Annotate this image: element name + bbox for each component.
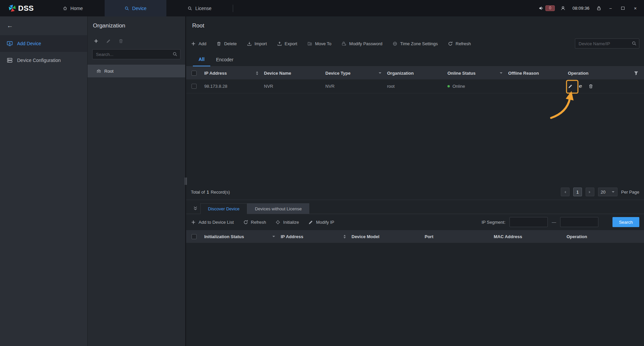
header-operation: Operation xyxy=(565,71,644,76)
search-icon[interactable] xyxy=(632,41,637,46)
header-ip-address[interactable]: IP Address xyxy=(202,71,261,76)
collapse-panel-icon[interactable] xyxy=(190,203,200,214)
add-to-device-list-button[interactable]: Add to Device List xyxy=(191,220,234,225)
delete-button[interactable]: Delete xyxy=(216,41,237,46)
header-online-status[interactable]: Online Status xyxy=(445,71,505,76)
speaker-icon xyxy=(539,6,544,11)
tab-all[interactable]: All xyxy=(193,53,210,66)
discover-refresh-button[interactable]: Refresh xyxy=(243,220,266,225)
organization-toolbar xyxy=(88,35,185,47)
user-icon[interactable] xyxy=(560,6,566,11)
modify-ip-button[interactable]: Modify IP xyxy=(308,220,334,225)
time-zone-settings-button[interactable]: Time Zone Settings xyxy=(392,41,438,46)
chevron-down-icon[interactable] xyxy=(499,72,503,74)
device-main-panel: Root Add Delete Import xyxy=(186,16,644,346)
notification-badge: 0 xyxy=(545,5,555,11)
org-delete-button[interactable] xyxy=(118,39,123,44)
tab-encoder[interactable]: Encoder xyxy=(210,53,239,66)
tab-devices-without-license[interactable]: Devices without License xyxy=(247,203,309,214)
export-icon xyxy=(277,41,282,46)
cell-organization: root xyxy=(384,84,445,89)
tab-home[interactable]: Home xyxy=(41,0,105,16)
back-button[interactable]: ← xyxy=(0,16,87,35)
sort-icon[interactable] xyxy=(256,71,259,75)
import-button[interactable]: Import xyxy=(247,41,267,46)
header-device-type[interactable]: Device Type xyxy=(323,71,384,76)
header-ip-address[interactable]: IP Address xyxy=(278,234,349,239)
org-search-input[interactable] xyxy=(92,49,180,59)
titlebar-controls: 0 08:09:36 − × xyxy=(539,0,644,16)
maximize-button[interactable] xyxy=(620,5,626,12)
trash-icon xyxy=(118,39,123,44)
notification-control[interactable]: 0 xyxy=(539,5,555,11)
discover-empty-area xyxy=(186,243,644,346)
splitter-handle-icon[interactable] xyxy=(184,177,187,186)
org-edit-button[interactable] xyxy=(106,39,111,44)
header-label: IP Address xyxy=(204,71,227,76)
ip-segment-start-input[interactable] xyxy=(509,217,548,227)
sidebar-item-device-configuration[interactable]: Device Configuration xyxy=(0,52,87,69)
chevron-down-icon xyxy=(611,191,615,193)
initialize-button[interactable]: Initialize xyxy=(275,220,299,225)
sidebar-item-label: Device Configuration xyxy=(17,58,61,63)
edit-device-icon[interactable] xyxy=(568,84,573,89)
current-page-button[interactable]: 1 xyxy=(573,188,582,196)
sidebar-item-add-device[interactable]: Add Device xyxy=(0,35,87,52)
tab-device[interactable]: Device xyxy=(105,0,166,16)
maximize-icon xyxy=(621,7,625,10)
panel-splitter[interactable] xyxy=(185,16,186,346)
lock-icon[interactable] xyxy=(596,6,601,11)
organization-panel: Organization xyxy=(87,16,185,346)
header-label: MAC Address xyxy=(494,234,522,239)
online-status-dot xyxy=(447,85,450,87)
tree-node-root[interactable]: Root xyxy=(88,65,185,77)
per-page-select[interactable]: 20 xyxy=(598,188,618,196)
header-label: Device Name xyxy=(264,71,291,76)
move-to-button[interactable]: Move To xyxy=(307,41,331,46)
ip-segment-end-input[interactable] xyxy=(560,217,598,227)
add-to-device-list-label: Add to Device List xyxy=(199,220,234,225)
delete-device-icon[interactable] xyxy=(588,84,593,89)
tab-discover-device[interactable]: Discover Device xyxy=(200,203,247,214)
refresh-icon xyxy=(243,220,248,225)
refresh-button[interactable]: Refresh xyxy=(448,41,471,46)
device-toolbar: Add Delete Import xyxy=(186,35,644,52)
total-suffix: Record(s) xyxy=(211,190,230,195)
header-label: Organization xyxy=(387,71,414,76)
segment-search-button[interactable]: Search xyxy=(612,217,639,227)
next-page-button[interactable] xyxy=(586,188,594,196)
row-checkbox[interactable] xyxy=(192,84,197,89)
header-initialization-status[interactable]: Initialization Status xyxy=(202,234,278,239)
search-icon[interactable] xyxy=(172,52,177,57)
add-button[interactable]: Add xyxy=(191,41,206,46)
minimize-button[interactable]: − xyxy=(607,5,614,12)
sort-icon[interactable] xyxy=(343,234,346,239)
modify-password-button[interactable]: Modify Password xyxy=(341,41,382,46)
next-arrow-icon xyxy=(589,191,591,194)
close-button[interactable]: × xyxy=(632,5,639,12)
organization-title: Organization xyxy=(88,16,185,35)
total-prefix: Total of xyxy=(191,190,205,195)
online-status-label: Online xyxy=(452,84,465,89)
select-all-cell xyxy=(186,71,202,76)
per-page-value: 20 xyxy=(601,190,605,195)
filter-icon[interactable] xyxy=(634,71,639,76)
select-all-checkbox[interactable] xyxy=(192,71,197,76)
per-page-label: Per Page xyxy=(621,190,639,195)
export-button[interactable]: Export xyxy=(277,41,298,46)
tab-home-label: Home xyxy=(70,6,83,11)
org-search xyxy=(92,49,180,59)
prev-page-button[interactable] xyxy=(561,188,570,196)
select-all-checkbox[interactable] xyxy=(192,234,197,239)
ip-segment-group: IP Segment: — xyxy=(482,217,598,227)
device-search-input[interactable] xyxy=(575,39,639,49)
header-operation: Operation xyxy=(564,234,644,239)
plus-icon xyxy=(191,41,196,46)
chevron-down-icon[interactable] xyxy=(378,72,382,74)
org-add-button[interactable] xyxy=(94,39,99,44)
tab-license[interactable]: License xyxy=(166,0,233,16)
pencil-icon xyxy=(106,39,111,44)
header-organization: Organization xyxy=(384,71,445,76)
chevron-down-icon[interactable] xyxy=(272,235,275,237)
web-browser-icon[interactable]: e xyxy=(579,84,582,89)
